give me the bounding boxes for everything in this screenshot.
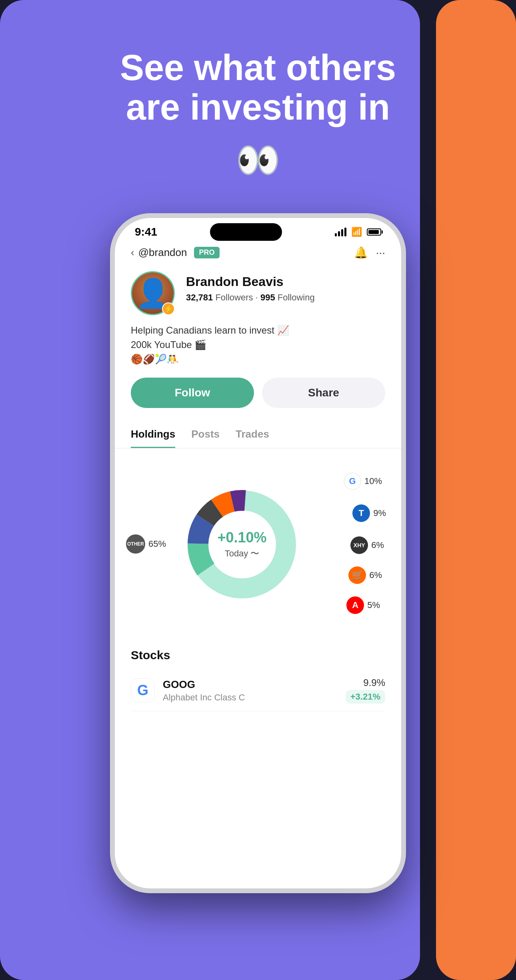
- t-icon: T: [352, 504, 370, 522]
- status-bar: 9:41 📶: [115, 218, 401, 242]
- goog-label: 10%: [364, 476, 382, 486]
- dynamic-island: [210, 223, 282, 241]
- label-ali: 🛒 6%: [348, 566, 382, 584]
- headline-line2: are investing in: [88, 88, 428, 127]
- chart-center-value: +0.10%: [217, 529, 266, 546]
- stock-right-goog: 9.9% +3.21%: [346, 677, 385, 704]
- label-goog: G 10%: [344, 472, 382, 490]
- tab-trades[interactable]: Trades: [236, 428, 269, 448]
- stock-ticker-goog: GOOG: [163, 678, 346, 691]
- headline-line1: See what others: [88, 48, 428, 88]
- t-label: 9%: [373, 508, 386, 518]
- stock-change-goog: +3.21%: [346, 690, 385, 704]
- ali-label: 6%: [369, 570, 382, 580]
- profile-stats: 32,781 Followers · 995 Following: [186, 292, 385, 303]
- battery-icon: [367, 228, 381, 236]
- label-t: T 9%: [352, 504, 386, 522]
- donut-center: +0.10% Today 〜: [178, 480, 306, 608]
- stocks-title: Stocks: [131, 648, 385, 662]
- bio-line1: Helping Canadians learn to invest 📈: [131, 323, 385, 338]
- phone-screen: 9:41 📶 ‹: [115, 218, 401, 888]
- goog-icon: G: [344, 472, 361, 490]
- chart-wrapper: +0.10% Today 〜 OTHER 65% G: [126, 460, 390, 628]
- stock-item-goog[interactable]: G GOOG Alphabet Inc Class C 9.9% +3.21%: [131, 670, 385, 711]
- other-label: 65%: [148, 539, 166, 549]
- label-xhy: XHY 6%: [350, 536, 384, 554]
- bell-icon[interactable]: 🔔: [354, 246, 368, 259]
- stock-name-goog: Alphabet Inc Class C: [163, 692, 346, 703]
- chart-center-label: Today 〜: [225, 548, 260, 560]
- tab-posts[interactable]: Posts: [191, 428, 220, 448]
- share-button[interactable]: Share: [262, 378, 385, 408]
- status-icons: 📶: [335, 227, 381, 237]
- nav-bar: ‹ @brandon PRO 🔔 ···: [115, 242, 401, 263]
- avatar-container: ⚡: [131, 271, 175, 315]
- followers-count: 32,781: [186, 292, 213, 302]
- chart-section: +0.10% Today 〜 OTHER 65% G: [115, 448, 401, 640]
- stock-logo-goog: G: [131, 678, 155, 702]
- pro-badge: PRO: [194, 247, 219, 258]
- follow-button[interactable]: Follow: [131, 378, 254, 408]
- phone-frame: 9:41 📶 ‹: [110, 213, 406, 893]
- adbe-label: 5%: [367, 600, 380, 610]
- nav-username: @brandon: [138, 246, 187, 259]
- bio-line2: 200k YouTube 🎬: [131, 338, 385, 352]
- bio-line3: 🏀🏈🎾🤼: [131, 352, 385, 366]
- stock-alloc-goog: 9.9%: [346, 677, 385, 688]
- profile-info: Brandon Beavis 32,781 Followers · 995 Fo…: [186, 271, 385, 303]
- more-icon[interactable]: ···: [376, 246, 385, 259]
- content-wrapper: See what others are investing in 👀 9:41 …: [0, 0, 516, 980]
- status-time: 9:41: [135, 226, 157, 238]
- xhy-label: 6%: [371, 540, 384, 550]
- followers-label: Followers: [215, 292, 253, 302]
- nav-back[interactable]: ‹ @brandon PRO: [131, 246, 220, 259]
- following-label: Following: [278, 292, 315, 302]
- label-other: OTHER 65%: [126, 534, 166, 554]
- profile-name: Brandon Beavis: [186, 274, 385, 289]
- action-buttons: Follow Share: [131, 378, 385, 408]
- xhy-icon: XHY: [350, 536, 368, 554]
- label-adbe: A 5%: [346, 596, 380, 614]
- adbe-icon: A: [346, 596, 364, 614]
- nav-actions: 🔔 ···: [354, 246, 385, 259]
- profile-section: ⚡ Brandon Beavis 32,781 Followers · 995 …: [115, 263, 401, 416]
- ali-icon: 🛒: [348, 566, 366, 584]
- other-icon: OTHER: [126, 534, 145, 554]
- wifi-icon: 📶: [351, 227, 362, 237]
- headline-block: See what others are investing in: [88, 48, 428, 127]
- signal-icon: [335, 228, 346, 236]
- eyes-emoji: 👀: [236, 139, 280, 181]
- profile-bio: Helping Canadians learn to invest 📈 200k…: [131, 323, 385, 366]
- following-count: 995: [260, 292, 275, 302]
- profile-header: ⚡ Brandon Beavis 32,781 Followers · 995 …: [131, 271, 385, 315]
- tab-holdings[interactable]: Holdings: [131, 428, 175, 448]
- chevron-left-icon: ‹: [131, 246, 134, 259]
- tabs: Holdings Posts Trades: [115, 420, 401, 448]
- avatar-badge: ⚡: [162, 302, 175, 315]
- stock-info-goog: GOOG Alphabet Inc Class C: [163, 678, 346, 703]
- stocks-section: Stocks G GOOG Alphabet Inc Class C 9.9% …: [115, 640, 401, 719]
